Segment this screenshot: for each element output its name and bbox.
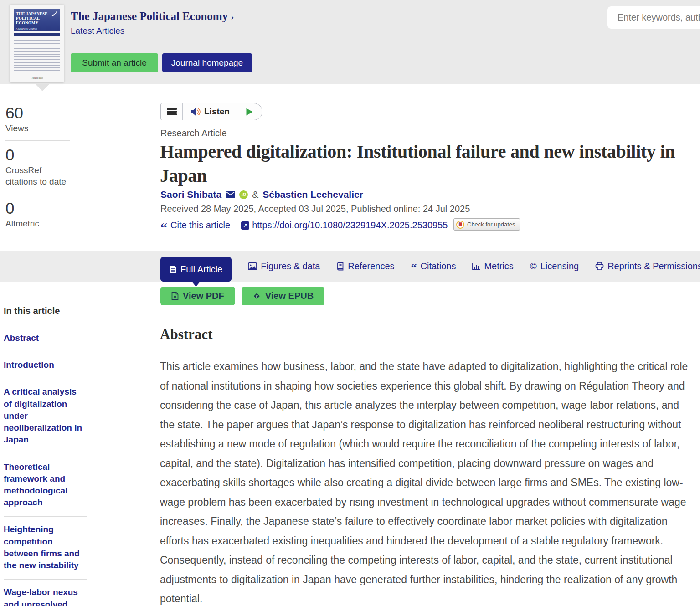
article-type-label: Research Article: [160, 128, 227, 139]
cite-row: “ Cite this article ↗ https://doi.org/10…: [160, 220, 448, 231]
play-icon: [246, 108, 253, 116]
listen-menu-button[interactable]: [161, 103, 183, 120]
journal-cover-banner: THE JAPANESE POLITICAL ECONOMY A Quarter…: [14, 9, 60, 31]
journal-title-link[interactable]: The Japanese Political Economy›: [71, 10, 234, 23]
cite-label: Cite this article: [170, 220, 230, 231]
tab-label: Licensing: [540, 261, 579, 272]
tab-metrics[interactable]: Metrics: [472, 251, 513, 282]
hamburger-icon: [167, 108, 177, 115]
tab-references[interactable]: References: [336, 251, 394, 282]
tab-label: Reprints & Permissions: [607, 261, 700, 272]
journal-header: THE JAPANESE POLITICAL ECONOMY A Quarter…: [0, 0, 700, 84]
submit-article-button[interactable]: Submit an article: [71, 53, 158, 72]
abstract-heading: Abstract: [160, 326, 212, 343]
sidebar-item-theoretical-framework[interactable]: Theoretical framework and methodological…: [4, 454, 87, 517]
listen-label: Listen: [204, 107, 230, 117]
author-link-sebastien-lechevalier[interactable]: Sébastien Lechevalier: [262, 189, 363, 200]
sidebar-title: In this article: [4, 296, 87, 325]
tab-figures-data[interactable]: Figures & data: [248, 251, 320, 282]
view-pdf-label: View PDF: [183, 291, 224, 301]
journal-cover-publisher: Routledge: [14, 77, 60, 79]
tab-label: References: [348, 261, 394, 272]
doi-link[interactable]: ↗ https://doi.org/10.1080/2329194X.2025.…: [241, 220, 448, 231]
printer-icon: [595, 262, 604, 270]
view-epub-button[interactable]: View EPUB: [242, 287, 324, 305]
journal-cover-toc-lines: [14, 40, 60, 73]
metric-altmetric-value: 0: [5, 199, 70, 217]
author-separator: &: [252, 189, 258, 200]
metric-views-value: 60: [5, 104, 70, 122]
bar-chart-icon: [472, 262, 480, 270]
email-icon[interactable]: [226, 191, 235, 198]
epub-icon: [252, 292, 261, 300]
quote-icon: “: [160, 224, 167, 232]
download-actions: View PDF View EPUB: [160, 287, 324, 305]
tab-full-article[interactable]: Full Article: [160, 257, 232, 282]
metric-altmetric: 0 Altmetric: [5, 199, 70, 236]
sidebar-item-heightening-competition[interactable]: Heightening competition between firms an…: [4, 517, 87, 580]
article-dates: Received 28 May 2025, Accepted 03 Jul 20…: [160, 204, 470, 214]
sidebar-item-introduction[interactable]: Introduction: [4, 352, 87, 379]
journal-homepage-button[interactable]: Journal homepage: [162, 53, 252, 72]
in-this-article-sidebar: In this article Abstract Introduction A …: [0, 296, 93, 606]
journal-title-text: The Japanese Political Economy: [71, 10, 228, 22]
journal-cover-subtitle: A Quarterly Journal: [16, 26, 58, 31]
check-updates-label: Check for updates: [467, 221, 515, 228]
tab-label: Citations: [421, 261, 456, 272]
external-link-icon: ↗: [241, 221, 249, 230]
copyright-icon: ©: [530, 262, 537, 271]
orcid-icon[interactable]: iD: [239, 190, 248, 199]
doi-text: https://doi.org/10.1080/2329194X.2025.25…: [252, 220, 448, 231]
book-icon: [336, 262, 344, 271]
metric-views-label: Views: [5, 122, 70, 141]
article-metrics-panel: 60 Views 0 CrossRef citations to date 0 …: [5, 104, 70, 241]
tab-citations[interactable]: “ Citations: [411, 251, 456, 282]
cover-pointer-arrow: [36, 84, 49, 91]
sidebar-item-abstract[interactable]: Abstract: [4, 325, 87, 352]
quote-icon: “: [411, 266, 417, 270]
search-input[interactable]: [607, 6, 700, 29]
tab-label: Full Article: [180, 264, 222, 275]
pdf-file-icon: [171, 292, 179, 300]
check-for-updates-badge[interactable]: Check for updates: [453, 218, 520, 231]
listen-widget: Listen: [160, 103, 262, 120]
article-title: Hampered digitalization: Institutional f…: [160, 139, 697, 188]
speaker-icon: [190, 107, 201, 117]
listen-play-button[interactable]: [237, 103, 262, 120]
metric-crossref-value: 0: [5, 146, 70, 164]
tab-reprints-permissions[interactable]: Reprints & Permissions: [595, 251, 700, 282]
sidebar-item-wage-labor-nexus[interactable]: Wage-labor nexus and unresolved friction…: [4, 580, 87, 606]
view-pdf-button[interactable]: View PDF: [160, 287, 235, 305]
metric-crossref-label: CrossRef citations to date: [5, 164, 70, 194]
cite-this-article-link[interactable]: “ Cite this article: [160, 220, 230, 231]
tab-label: Figures & data: [261, 261, 320, 272]
sidebar-item-critical-analysis[interactable]: A critical analysis of digitalization un…: [4, 379, 87, 454]
abstract-text: This article examines how business, labo…: [160, 357, 695, 606]
metric-crossref: 0 CrossRef citations to date: [5, 146, 70, 194]
metric-altmetric-label: Altmetric: [5, 217, 70, 236]
document-icon: [170, 265, 177, 274]
chevron-right-icon: ›: [231, 11, 234, 22]
author-list: Saori Shibata iD & Sébastien Lechevalier: [160, 189, 363, 200]
japan-map-icon: [51, 11, 58, 18]
figures-icon: [248, 262, 257, 270]
metric-views: 60 Views: [5, 104, 70, 141]
article-tab-strip: Full Article Figures & data References “…: [0, 251, 700, 282]
tab-label: Metrics: [484, 261, 513, 272]
view-epub-label: View EPUB: [265, 291, 314, 301]
latest-articles-link[interactable]: Latest Articles: [71, 26, 124, 36]
listen-button[interactable]: Listen: [183, 103, 237, 120]
journal-cover-thumbnail[interactable]: THE JAPANESE POLITICAL ECONOMY A Quarter…: [10, 5, 64, 82]
crossmark-icon: [456, 221, 464, 229]
journal-cover-title: THE JAPANESE POLITICAL ECONOMY: [16, 11, 48, 25]
journal-cover-strip: [14, 33, 60, 36]
author-link-saori-shibata[interactable]: Saori Shibata: [160, 189, 221, 200]
tab-licensing[interactable]: © Licensing: [530, 251, 579, 282]
